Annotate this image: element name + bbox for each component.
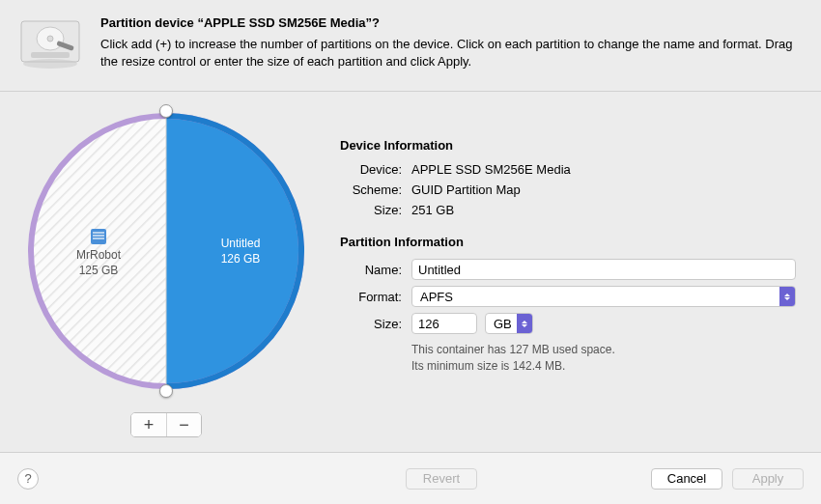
scheme-value: GUID Partition Map [411, 182, 521, 197]
size-field[interactable] [411, 313, 477, 334]
add-remove-group: + − [130, 412, 202, 437]
scheme-label: Scheme: [340, 182, 402, 197]
name-label: Name: [340, 263, 402, 277]
drive-icon [17, 15, 83, 73]
remove-partition-button[interactable]: − [166, 413, 201, 436]
size-label: Size: [340, 317, 402, 331]
dialog-title: Partition device “APPLE SSD SM256E Media… [100, 15, 804, 30]
updown-icon [517, 314, 532, 333]
svg-point-4 [23, 59, 77, 69]
dialog-footer: ? Revert Cancel Apply [0, 452, 821, 504]
revert-button[interactable]: Revert [406, 468, 477, 490]
resize-handle-bottom[interactable] [159, 384, 173, 398]
format-select[interactable]: APFS [411, 286, 796, 307]
svg-rect-3 [31, 52, 70, 58]
device-info-heading: Device Information [340, 138, 800, 153]
device-value: APPLE SSD SM256E Media [411, 162, 571, 177]
resize-handle-top[interactable] [159, 104, 173, 118]
svg-point-2 [47, 36, 53, 42]
dialog-description: Click add (+) to increase the number of … [100, 36, 804, 70]
partition-info-heading: Partition Information [340, 235, 800, 249]
format-value: APFS [420, 290, 453, 304]
cancel-button[interactable]: Cancel [651, 468, 722, 490]
size-unit-value: GB [494, 317, 512, 331]
devsize-value: 251 GB [411, 203, 454, 217]
size-unit-select[interactable]: GB [485, 313, 533, 334]
updown-icon [779, 287, 795, 306]
format-label: Format: [340, 290, 402, 304]
devsize-label: Size: [340, 203, 402, 217]
dialog-header: Partition device “APPLE SSD SM256E Media… [0, 0, 821, 92]
name-field[interactable] [411, 259, 796, 280]
add-partition-button[interactable]: + [131, 413, 166, 436]
size-hint: This container has 127 MB used space. It… [411, 342, 800, 375]
help-button[interactable]: ? [17, 468, 39, 490]
apply-button[interactable]: Apply [732, 468, 804, 490]
partition-pie[interactable]: MrRobot 125 GB Untitled 126 GB [26, 111, 306, 391]
device-label: Device: [340, 162, 402, 177]
